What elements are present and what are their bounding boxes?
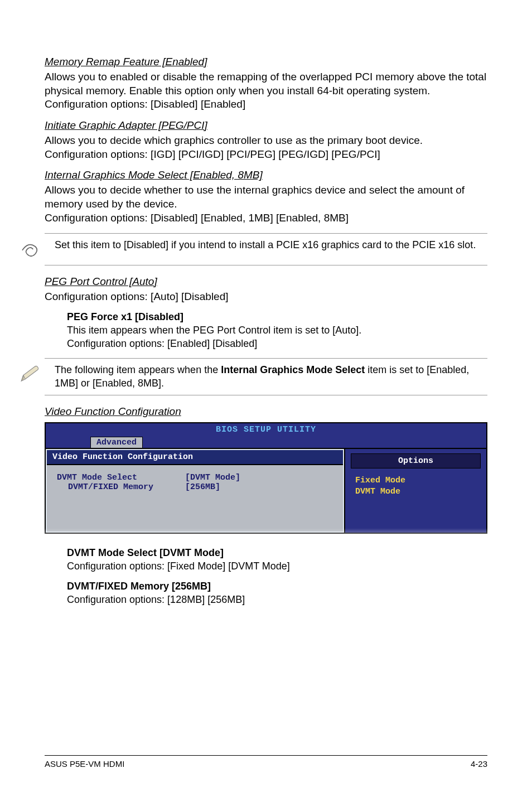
bios-option-dvmt-mode: DVMT Mode	[355, 486, 405, 497]
note2-bold: Internal Graphics Mode Select	[221, 364, 365, 375]
bios-tab-advanced: Advanced	[90, 437, 143, 448]
paperclip-icon	[17, 238, 43, 260]
subsection-dvmt-mode-select: DVMT Mode Select [DVMT Mode] Configurati…	[67, 547, 487, 573]
heading-video-function-config: Video Function Configuration	[45, 405, 487, 418]
sub-body-dvmt-mode: Configuration options: [Fixed Mode] [DVM…	[67, 560, 487, 573]
bios-option-fixed-mode: Fixed Mode	[355, 475, 405, 486]
note-internal-graphics-select: The following item appears when the Inte…	[45, 358, 487, 395]
bios-label-dvmt-fixed-memory: DVMT/FIXED Memory	[57, 482, 185, 492]
bios-right-pane: Options Fixed Mode DVMT Mode	[344, 449, 486, 533]
bios-value-dvmt-mode: [DVMT Mode]	[185, 473, 240, 482]
bios-section-title: Video Function Configuration	[47, 450, 343, 465]
heading-internal-graphics-mode: Internal Graphics Mode Select [Enabled, …	[45, 169, 487, 181]
sub-heading-peg-force: PEG Force x1 [Disabled]	[67, 311, 487, 323]
subsection-peg-force-x1: PEG Force x1 [Disabled] This item appear…	[67, 311, 487, 350]
sub-body-peg-force-1: This item appears when the PEG Port Cont…	[67, 324, 487, 337]
bios-setup-utility-panel: BIOS SETUP UTILITY Advanced Video Functi…	[45, 422, 487, 534]
bios-fade-overlay	[45, 528, 487, 547]
bios-left-pane: Video Function Configuration DVMT Mode S…	[46, 449, 344, 533]
bios-options-header: Options	[351, 453, 481, 468]
footer-model: ASUS P5E-VM HDMI	[45, 759, 124, 769]
sub-body-peg-force-2: Configuration options: [Enabled] [Disabl…	[67, 337, 487, 350]
note-text-2: The following item appears when the Inte…	[55, 363, 487, 390]
bios-row-dvmt-mode: DVMT Mode Select [DVMT Mode]	[57, 473, 333, 482]
bios-label-dvmt-mode: DVMT Mode Select	[57, 473, 185, 482]
subsection-dvmt-fixed-memory: DVMT/FIXED Memory [256MB] Configuration …	[67, 581, 487, 606]
bios-value-dvmt-fixed-memory: [256MB]	[185, 482, 220, 492]
body-initiate-graphic-adapter: Allows you to decide which graphics cont…	[45, 134, 487, 161]
bios-options-list: Fixed Mode DVMT Mode	[351, 475, 405, 498]
page-footer: ASUS P5E-VM HDMI 4-23	[45, 755, 487, 769]
bios-row-dvmt-fixed-memory: DVMT/FIXED Memory [256MB]	[57, 482, 333, 492]
sub-body-dvmt-fixed: Configuration options: [128MB] [256MB]	[67, 593, 487, 606]
footer-page-number: 4-23	[471, 759, 487, 769]
body-internal-graphics-mode-1: Allows you to decide whether to use the …	[45, 183, 487, 211]
heading-initiate-graphic-adapter: Initiate Graphic Adapter [PEG/PCI]	[45, 119, 487, 132]
body-internal-graphics-mode-2: Configuration options: [Disabled] [Enabl…	[45, 211, 487, 225]
body-memory-remap: Allows you to enabled or disable the rem…	[45, 70, 487, 112]
note-disable-igraphics: Set this item to [Disabled] if you inten…	[45, 233, 487, 265]
heading-peg-port-control: PEG Port Control [Auto]	[45, 276, 487, 288]
sub-heading-dvmt-mode: DVMT Mode Select [DVMT Mode]	[67, 547, 487, 559]
heading-memory-remap: Memory Remap Feature [Enabled]	[45, 56, 487, 68]
bios-title-bar: BIOS SETUP UTILITY Advanced	[46, 423, 486, 448]
pencil-icon	[17, 363, 43, 385]
body-peg-port-control: Configuration options: [Auto] [Disabled]	[45, 290, 487, 304]
note2-pre: The following item appears when the	[55, 364, 221, 375]
bios-title-text: BIOS SETUP UTILITY	[216, 425, 316, 434]
note-text-1: Set this item to [Disabled] if you inten…	[55, 238, 476, 252]
sub-heading-dvmt-fixed: DVMT/FIXED Memory [256MB]	[67, 581, 487, 592]
